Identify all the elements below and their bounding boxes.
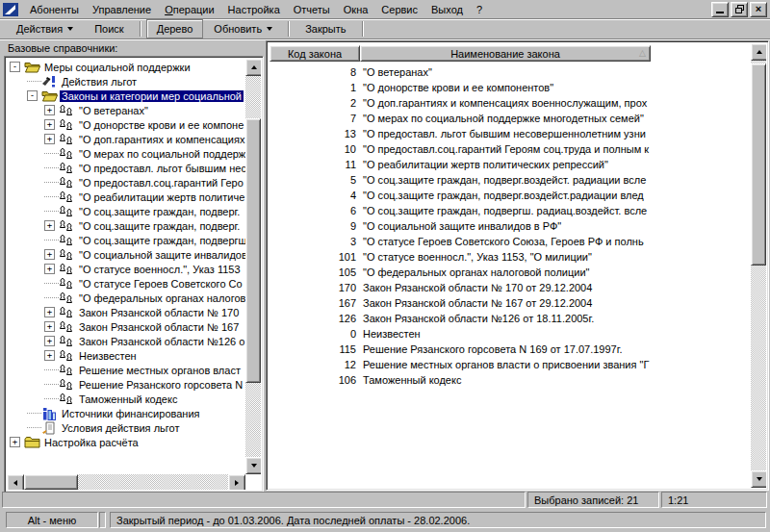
menu-item[interactable]: ?	[470, 2, 489, 17]
expand-plus-icon[interactable]: +	[44, 119, 55, 130]
expand-plus-icon[interactable]: +	[44, 350, 55, 361]
table-row[interactable]: 115Решение Рязанского горсовета N 169 от…	[270, 342, 749, 357]
tree-item[interactable]: Источники финансирования	[7, 406, 245, 420]
toolbar-button[interactable]: Действия	[6, 19, 84, 38]
table-row[interactable]: 0Неизвестен	[270, 326, 749, 342]
grid-scroll-up-button[interactable]	[751, 43, 766, 61]
tree-item[interactable]: Условия действия льгот	[7, 420, 245, 435]
column-header[interactable]: Код закона	[270, 45, 360, 62]
toolbar-button[interactable]: Обновить	[203, 19, 283, 38]
expand-plus-icon[interactable]: +	[44, 321, 55, 332]
tree-vertical-scrollbar[interactable]	[245, 59, 261, 474]
menu-item[interactable]: Операции	[158, 2, 220, 17]
table-row[interactable]: 9"О социальной защите инвалидов в РФ"	[270, 218, 749, 234]
tree-item[interactable]: +"О социальной защите инвалидов	[7, 247, 245, 262]
table-row[interactable]: 7"О мерах по социальной поддержке многод…	[270, 111, 749, 126]
tree-item[interactable]: "О соц.защите граждан, подверг.	[7, 204, 245, 218]
tree-scroll-thumb[interactable]	[245, 118, 261, 383]
tree-item[interactable]: Действия льгот	[7, 74, 245, 89]
tree-item[interactable]: "О статусе Героев Советского Со	[7, 276, 245, 291]
expand-plus-icon[interactable]: +	[44, 307, 55, 317]
table-row[interactable]: 167Закон Рязанской области № 167 от 29.1…	[270, 295, 749, 311]
collapse-minus-icon[interactable]: -	[10, 62, 20, 72]
close-button[interactable]: ×	[750, 2, 767, 17]
table-row[interactable]: 13"О предоставл. льгот бывшим несовершен…	[270, 126, 749, 141]
tree-hscroll-track[interactable]	[24, 474, 228, 490]
table-row[interactable]: 3"О статусе Героев Советского Союза, Гер…	[270, 234, 749, 249]
tree-item[interactable]: "О федеральных органах налогов	[7, 291, 245, 305]
tree-item[interactable]: Решение местных органов власт	[7, 363, 245, 377]
grid-vertical-scrollbar[interactable]	[751, 43, 766, 488]
table-row[interactable]: 126Закон Рязанской области №126 от 18.11…	[270, 311, 749, 326]
expand-plus-icon[interactable]: +	[10, 437, 20, 447]
expand-plus-icon[interactable]: +	[44, 264, 55, 274]
menu-item[interactable]: Окна	[337, 2, 375, 17]
expand-plus-icon[interactable]: +	[44, 220, 55, 231]
tree-item[interactable]: +Закон Рязанской области № 170	[7, 305, 245, 319]
folder-open-icon	[41, 89, 60, 102]
toolbar-button[interactable]: Дерево	[146, 19, 204, 38]
tree-item[interactable]: +"О соц.защите граждан, подверг.	[7, 218, 245, 233]
expand-plus-icon[interactable]: +	[44, 105, 55, 115]
tree-item[interactable]: "О предоставл.соц.гарантий Геро	[7, 175, 245, 190]
collapse-minus-icon[interactable]: -	[27, 90, 38, 101]
tree-item[interactable]: Таможенный кодекс	[7, 392, 245, 406]
table-row[interactable]: 11"О реабилитации жертв политических реп…	[270, 157, 749, 172]
law-code-cell: 2	[270, 97, 356, 109]
tree-item[interactable]: "О соц.защите граждан, подвергш	[7, 233, 245, 247]
table-row[interactable]: 5"О соц.защите граждан, подверг.воздейст…	[270, 172, 749, 188]
table-row[interactable]: 12Решение местных органов власти о присв…	[270, 357, 749, 372]
tree-item[interactable]: +"О донорстве крови и ее компоне	[7, 117, 245, 132]
grid-scroll-down-button[interactable]	[751, 470, 766, 488]
tree-item[interactable]: +"О доп.гарантиях и компенсациях	[7, 132, 245, 146]
tree-scroll-down-button[interactable]	[245, 457, 261, 474]
tree-item[interactable]: +Закон Рязанской области №126 о	[7, 334, 245, 348]
column-header[interactable]: Наименование закона△	[360, 45, 651, 62]
table-row[interactable]: 106Таможенный кодекс	[270, 372, 749, 388]
toolbar-button[interactable]: Поиск	[84, 19, 134, 38]
grid-scroll-track[interactable]	[751, 61, 766, 470]
tree-scroll-track[interactable]	[245, 76, 261, 457]
table-row[interactable]: 4"О соц.защите граждан, подверг.воздейст…	[270, 188, 749, 203]
law-name-cell: Закон Рязанской области № 167 от 29.12.2…	[363, 297, 592, 309]
tree-hscroll-thumb[interactable]	[24, 474, 78, 490]
tree-item[interactable]: +Неизвестен	[7, 348, 245, 363]
table-row[interactable]: 2"О доп.гарантиях и компенсациях военнос…	[270, 95, 749, 111]
tree-item[interactable]: "О предоставл. льгот бывшим нес	[7, 161, 245, 175]
table-row[interactable]: 1"О донорстве крови и ее компонентов"	[270, 80, 749, 95]
table-row[interactable]: 170Закон Рязанской области № 170 от 29.1…	[270, 280, 749, 295]
grid-scroll-thumb[interactable]	[751, 63, 766, 266]
table-row[interactable]: 101"О статусе военносл.", Указ 1153, "О …	[270, 249, 749, 265]
tree-item[interactable]: +"О ветеранах"	[7, 103, 245, 117]
menu-item[interactable]: Абоненты	[23, 2, 86, 17]
expand-plus-icon[interactable]: +	[44, 134, 55, 144]
tree-item[interactable]: -Законы и категории мер социальной	[7, 89, 245, 103]
expand-plus-icon[interactable]: +	[44, 336, 55, 346]
minimize-button[interactable]	[711, 2, 729, 17]
tree-item[interactable]: "О реабилитации жертв политиче	[7, 190, 245, 204]
tree-item[interactable]: +Настройка расчёта	[7, 435, 245, 449]
menu-item[interactable]: Отчеты	[287, 2, 337, 17]
tree-item[interactable]: "О мерах по социальной поддерж	[7, 146, 245, 161]
tree-item[interactable]: +"О статусе военносл.", Указ 1153	[7, 262, 245, 276]
tree-scroll-left-button[interactable]	[7, 474, 24, 490]
tree-item-label: Закон Рязанской области № 167	[77, 321, 241, 333]
tree-item[interactable]: -Меры социальной поддержки	[7, 60, 245, 74]
expand-plus-icon[interactable]: +	[44, 249, 55, 260]
toolbar-button[interactable]: Закрыть	[295, 19, 356, 38]
tree-item[interactable]: Решение Рязанского горсовета N	[7, 377, 245, 392]
tree-horizontal-scrollbar[interactable]	[7, 474, 245, 490]
tree-scroll-up-button[interactable]	[245, 59, 261, 76]
table-row[interactable]: 10"О предоставл.соц.гарантий Героям соц.…	[270, 141, 749, 157]
restore-button[interactable]	[731, 2, 748, 17]
tree-item[interactable]: +Закон Рязанской области № 167	[7, 319, 245, 334]
table-row[interactable]: 6"О соц.защите граждан, подвергш. радиац…	[270, 203, 749, 218]
menu-item[interactable]: Настройка	[221, 2, 287, 17]
table-row[interactable]: 8"О ветеранах"	[270, 64, 749, 80]
scales-icon	[59, 378, 77, 391]
menu-item[interactable]: Выход	[424, 2, 470, 17]
menu-item[interactable]: Сервис	[374, 2, 424, 17]
menu-item[interactable]: Управление	[86, 2, 158, 17]
table-row[interactable]: 105"О федеральных органах налоговой поли…	[270, 265, 749, 280]
tree-scroll-right-button[interactable]	[228, 474, 245, 490]
